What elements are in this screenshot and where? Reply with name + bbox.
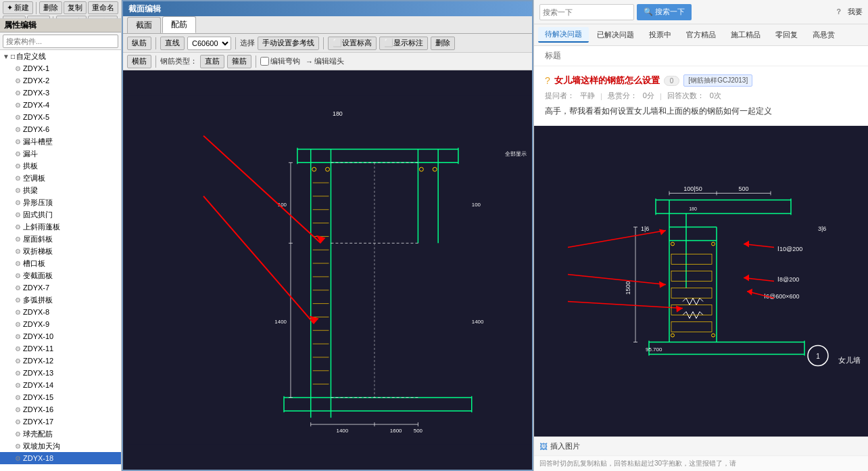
tree-item[interactable]: ⚙ZDYX-3	[0, 87, 121, 99]
toolbar-row1: 纵筋 直线 C60600 选择 手动设置参考线 ⬜ 设置标高 ⬜ 显示标注 删除	[123, 34, 532, 53]
gear-icon: ⚙	[15, 394, 21, 401]
tie-bar-btn[interactable]: 箍筋	[227, 55, 251, 68]
svg-text:100: 100	[472, 202, 481, 208]
tree-item[interactable]: ⚙ZDYX-5	[0, 111, 121, 123]
line-type-btn[interactable]: 直线	[160, 37, 185, 50]
bar-type-label: 钢筋类型：	[160, 56, 197, 66]
checkbox-end: → 编辑端头	[306, 56, 344, 66]
rename-button[interactable]: 重命名	[88, 1, 118, 14]
tree-item[interactable]: ⚙空调板	[0, 172, 121, 184]
show-mark-btn[interactable]: ⬜ 显示标注	[379, 37, 428, 50]
tree-item[interactable]: ⚙ZDYX-18	[0, 452, 121, 464]
tree-item[interactable]: ⚙双折梯板	[0, 245, 121, 257]
copy-button[interactable]: 复制	[64, 1, 87, 14]
middle-panel: 截面编辑 截面 配筋 纵筋 直线 C60600 选择 手动设置参考线	[122, 0, 534, 471]
tree-item[interactable]: ⚙漏斗槽壁	[0, 135, 121, 148]
tree-item[interactable]: ⚙槽口板	[0, 257, 121, 269]
tree-item-label: 双折梯板	[23, 246, 53, 256]
tree-item[interactable]: ⚙上斜雨蓬板	[0, 221, 121, 233]
tree-item-label: ZDYX-3	[23, 89, 49, 97]
tree-item[interactable]: ⚙异形压顶	[0, 196, 121, 208]
tree-item-label: ZDYX-11	[23, 344, 53, 353]
component-tree: ▼ □ 自定义线 ⚙ZDYX-1⚙ZDYX-2⚙ZDYX-3⚙ZDYX-4⚙ZD…	[0, 50, 121, 471]
tree-item[interactable]: ⚙ZDYX-1	[0, 62, 121, 74]
search-input[interactable]	[3, 35, 118, 48]
gear-icon: ⚙	[15, 382, 21, 389]
tree-item-label: ZDYX-15	[23, 393, 53, 401]
tree-item[interactable]: ⚙ZDYX-7	[0, 282, 121, 294]
tree-item[interactable]: ⚙ZDYX-13	[0, 367, 121, 379]
gear-icon: ⚙	[15, 102, 21, 109]
tree-item[interactable]: ⚙拱梁	[0, 184, 121, 196]
tree-item[interactable]: ⚙ZDYX-14	[0, 379, 121, 391]
transverse-bar-btn[interactable]: 横筋	[127, 55, 151, 68]
tree-item[interactable]: ⚙ZDYX-4	[0, 99, 121, 111]
tree-item[interactable]: ⚙多弧拼板	[0, 294, 121, 306]
grade-select[interactable]: C60600	[187, 37, 231, 50]
set-height-btn[interactable]: ⬜ 设置标高	[328, 37, 377, 50]
tree-item[interactable]: ⚙变截面板	[0, 269, 121, 282]
height-icon: ⬜	[333, 39, 342, 47]
tree-item[interactable]: ⚙ZDYX-2	[0, 74, 121, 87]
svg-text:全部显示: 全部显示	[505, 151, 527, 157]
svg-text:1400: 1400	[274, 319, 287, 325]
tree-item[interactable]: ⚙屋面斜板	[0, 233, 121, 245]
tab-no-reply[interactable]: 零回复	[769, 28, 804, 42]
edit-bend-check[interactable]	[260, 57, 269, 66]
tree-item[interactable]: ⚙ZDYX-10	[0, 330, 121, 342]
tab-voting[interactable]: 投票中	[642, 28, 678, 42]
section-label: 标题	[534, 46, 868, 66]
reply-count: 0次	[710, 91, 721, 101]
gear-icon: ⚙	[15, 321, 21, 328]
right-search-input[interactable]	[539, 4, 634, 20]
arrow-icon: →	[306, 58, 313, 66]
search-button[interactable]: 🔍 搜索一下	[637, 4, 692, 20]
score-value: 0分	[643, 91, 654, 101]
gear-icon: ⚙	[15, 138, 21, 145]
tree-item[interactable]: ⚙ZDYX-6	[0, 123, 121, 135]
tree-item[interactable]: ⚙固式拱门	[0, 208, 121, 221]
tree-item-label: ZDYX-6	[23, 125, 49, 133]
cad-canvas[interactable]: 180	[123, 70, 532, 470]
tab-pending[interactable]: 待解决问题	[538, 27, 589, 43]
tab-solved[interactable]: 已解决问题	[590, 28, 641, 42]
tree-item[interactable]: ⚙ZDYX-9	[0, 318, 121, 330]
tab-reinforcement[interactable]: 配筋	[162, 16, 196, 33]
tree-item[interactable]: ⚙ZDYX-12	[0, 355, 121, 367]
tree-item-label: ZDYX-14	[23, 381, 53, 389]
folder-icon: □	[11, 53, 15, 60]
tree-item[interactable]: ⚙ZDYX-17	[0, 416, 121, 428]
gear-icon: ⚙	[15, 236, 21, 243]
auto-ref-btn[interactable]: 手动设置参考线	[258, 37, 319, 50]
insert-image-label[interactable]: 插入图片	[550, 441, 580, 451]
tree-item[interactable]: ⚙ZDYX-11	[0, 342, 121, 355]
tree-root[interactable]: ▼ □ 自定义线	[0, 50, 121, 62]
tree-item[interactable]: ⚙双坡加天沟	[0, 440, 121, 452]
question-tag: [钢筋抽样GCJ2013]	[683, 74, 752, 87]
tree-item-label: ZDYX-12	[23, 357, 53, 365]
separator	[36, 2, 37, 14]
sep4	[155, 55, 156, 68]
tab-section[interactable]: 截面	[127, 17, 161, 33]
tree-item[interactable]: ⚙ZDYX-8	[0, 306, 121, 318]
tree-item-label: 上斜雨蓬板	[23, 222, 60, 232]
tab-construction[interactable]: 施工精品	[724, 28, 767, 42]
tree-item[interactable]: ⚙球壳配筋	[0, 428, 121, 440]
tree-item[interactable]: ⚙漏斗	[0, 148, 121, 160]
svg-text:500: 500	[414, 428, 423, 434]
question-title[interactable]: 女儿墙这样的钢筋怎么设置	[554, 74, 660, 87]
delete-btn[interactable]: 删除	[431, 37, 455, 50]
gear-icon: ⚙	[15, 333, 21, 340]
tab-official[interactable]: 官方精品	[679, 28, 723, 42]
tree-item[interactable]: ⚙拱板	[0, 160, 121, 172]
gear-icon: ⚙	[15, 150, 21, 158]
tree-item[interactable]: ⚙ZDYX-16	[0, 403, 121, 416]
vertical-bar-btn[interactable]: 纵筋	[127, 37, 151, 50]
new-button[interactable]: ✦ 新建	[3, 1, 33, 14]
delete-button[interactable]: 删除	[39, 1, 62, 14]
bar-type-btn[interactable]: 直筋	[200, 55, 224, 68]
tree-item-label: 异形压顶	[23, 198, 53, 208]
gear-icon: ⚙	[15, 187, 21, 194]
tree-item[interactable]: ⚙ZDYX-15	[0, 391, 121, 403]
tab-high-reward[interactable]: 高悬赏	[806, 28, 842, 42]
